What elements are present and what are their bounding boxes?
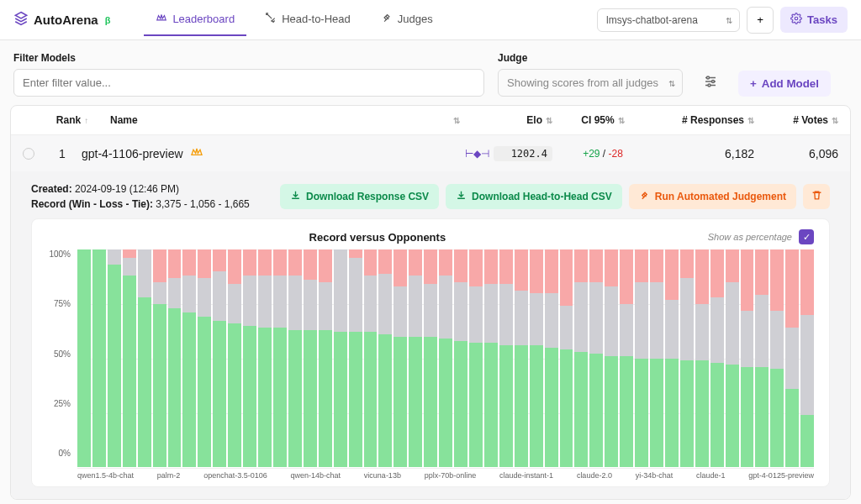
bar-seg-win	[304, 330, 317, 467]
bar[interactable]	[378, 249, 392, 467]
bar[interactable]	[665, 249, 679, 467]
bar-seg-loss	[665, 249, 679, 300]
x-tick: openchat-3.5-0106	[203, 471, 267, 480]
bar[interactable]	[168, 249, 182, 467]
th-votes[interactable]: # Votes⇅	[754, 114, 838, 126]
bar[interactable]	[560, 249, 573, 467]
bar[interactable]	[710, 249, 724, 467]
add-project-button[interactable]: +	[747, 7, 774, 34]
bar[interactable]	[364, 249, 378, 467]
x-tick: claude-2.0	[577, 471, 612, 480]
bar-seg-win	[680, 360, 694, 467]
nav-head-to-head[interactable]: Head-to-Head	[253, 3, 362, 36]
bar[interactable]	[484, 249, 498, 467]
nav-leaderboard[interactable]: Leaderboard	[144, 3, 246, 36]
bar[interactable]	[319, 249, 332, 467]
bar-seg-win	[409, 337, 422, 467]
th-name[interactable]: Name⇅	[102, 114, 460, 126]
bar[interactable]	[755, 249, 769, 467]
crown-icon	[190, 145, 203, 161]
bar-seg-win	[560, 349, 573, 467]
table-row[interactable]: 1 gpt-4-1106-preview ⊢◆⊣ 1202.4 +29 / -2…	[11, 135, 850, 171]
bar[interactable]	[469, 249, 483, 467]
bar[interactable]	[273, 249, 287, 467]
bar[interactable]	[635, 249, 648, 467]
trash-icon	[811, 190, 822, 203]
sort-icon: ⇅	[453, 116, 460, 125]
bar[interactable]	[589, 249, 603, 467]
bar[interactable]	[123, 249, 136, 467]
bar[interactable]	[349, 249, 362, 467]
bar[interactable]	[439, 249, 452, 467]
bar-seg-win	[213, 321, 226, 467]
add-model-button[interactable]: + Add Model	[738, 71, 831, 97]
bars-area	[77, 249, 814, 468]
bar-seg-tie	[364, 276, 378, 332]
bar-seg-tie	[499, 284, 513, 345]
bar-seg-win	[515, 345, 528, 467]
bar[interactable]	[620, 249, 633, 467]
bar[interactable]	[545, 249, 558, 467]
bar[interactable]	[409, 249, 422, 467]
th-elo[interactable]: Elo⇅	[460, 114, 552, 126]
chart-body: 100% 75% 50% 25% 0%	[47, 249, 814, 468]
bar[interactable]	[243, 249, 256, 467]
th-responses[interactable]: # Responses⇅	[653, 114, 754, 126]
bar[interactable]	[228, 249, 241, 467]
tasks-button[interactable]: Tasks	[780, 7, 848, 33]
bar[interactable]	[574, 249, 588, 467]
sliders-icon	[703, 74, 718, 92]
x-tick: claude-instant-1	[499, 471, 553, 480]
bar-seg-win	[545, 348, 558, 467]
bar[interactable]	[726, 249, 739, 467]
bar[interactable]	[515, 249, 528, 467]
project-select[interactable]: lmsys-chatbot-arena ⇅	[597, 8, 740, 32]
bar[interactable]	[785, 249, 799, 467]
bar[interactable]	[153, 249, 166, 467]
bar[interactable]	[288, 249, 302, 467]
bar[interactable]	[138, 249, 151, 467]
bar-seg-win	[334, 332, 347, 467]
bar[interactable]	[680, 249, 694, 467]
app-logo: AutoArena β	[13, 11, 110, 29]
bar-seg-win	[364, 332, 378, 467]
filter-models-input[interactable]	[13, 69, 484, 97]
bar[interactable]	[454, 249, 467, 467]
bar[interactable]	[198, 249, 211, 467]
bar[interactable]	[77, 249, 91, 467]
bar[interactable]	[650, 249, 663, 467]
bar[interactable]	[770, 249, 784, 467]
show-pct-toggle[interactable]: ✓	[799, 229, 814, 244]
th-ci[interactable]: CI 95%⇅	[552, 114, 653, 126]
judge-select[interactable]: Showing scores from all judges ⇅	[498, 69, 683, 97]
filter-settings-button[interactable]	[696, 68, 725, 97]
bar-seg-loss	[469, 249, 483, 286]
bar[interactable]	[258, 249, 272, 467]
x-tick: gpt-4-0125-preview	[748, 471, 814, 480]
bar[interactable]	[741, 249, 754, 467]
bar[interactable]	[304, 249, 317, 467]
row-radio[interactable]	[23, 148, 34, 160]
bar[interactable]	[695, 249, 709, 467]
bar-seg-loss	[349, 249, 362, 258]
nav-judges[interactable]: Judges	[369, 3, 445, 36]
bar-seg-loss	[545, 249, 558, 293]
bar[interactable]	[800, 249, 814, 467]
bar[interactable]	[213, 249, 226, 467]
bar-seg-win	[439, 339, 452, 467]
download-h2h-button[interactable]: Download Head-to-Head CSV	[446, 184, 622, 209]
download-response-button[interactable]: Download Response CSV	[280, 184, 439, 209]
bar[interactable]	[92, 249, 106, 467]
delete-button[interactable]	[803, 184, 830, 209]
bar[interactable]	[394, 249, 407, 467]
run-judgement-button[interactable]: Run Automated Judgement	[629, 184, 796, 209]
th-rank[interactable]: Rank↑	[43, 114, 102, 126]
svg-point-0	[795, 17, 798, 20]
bar[interactable]	[424, 249, 437, 467]
bar[interactable]	[182, 249, 196, 467]
bar[interactable]	[499, 249, 513, 467]
bar[interactable]	[605, 249, 618, 467]
bar[interactable]	[530, 249, 543, 467]
bar[interactable]	[334, 249, 347, 467]
bar[interactable]	[108, 249, 121, 467]
